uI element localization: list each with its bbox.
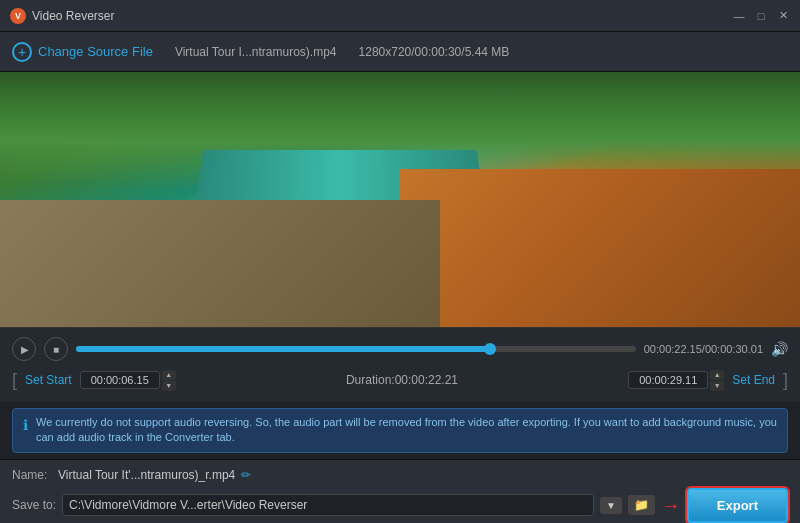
output-filename: Virtual Tour It'...ntramuros)_r.mp4 — [58, 468, 235, 482]
export-button[interactable]: Export — [687, 488, 788, 523]
start-spin-down[interactable]: ▼ — [162, 381, 176, 391]
wall-layer — [400, 169, 800, 327]
app-title: Video Reverser — [32, 9, 115, 23]
time-display: 00:00:22.15/00:00:30.01 — [644, 343, 763, 355]
app-icon: V — [10, 8, 26, 24]
name-label: Name: — [12, 468, 52, 482]
start-time-input[interactable] — [80, 371, 160, 389]
titlebar-left: V Video Reverser — [10, 8, 115, 24]
set-start-button[interactable]: Set Start — [21, 371, 76, 389]
export-arrow-hint: → — [661, 494, 681, 517]
timeline-fill — [76, 346, 490, 352]
bracket-left: [ — [12, 371, 17, 389]
volume-icon[interactable]: 🔊 — [771, 341, 788, 357]
start-spin-up[interactable]: ▲ — [162, 370, 176, 380]
browse-folder-button[interactable]: 📁 — [628, 495, 655, 515]
edit-name-icon[interactable]: ✏ — [241, 468, 251, 482]
video-frame — [0, 72, 800, 327]
end-spin-down[interactable]: ▼ — [710, 381, 724, 391]
setpoints-row: [ Set Start ▲ ▼ Duration:00:00:22.21 ▲ ▼… — [12, 364, 788, 396]
close-button[interactable]: ✕ — [776, 9, 790, 23]
timeline-track[interactable] — [76, 346, 636, 352]
end-time-group: ▲ ▼ — [628, 370, 724, 391]
timeline-section: ▶ ■ 00:00:22.15/00:00:30.01 🔊 [ Set Star… — [0, 327, 800, 402]
window-controls: — □ ✕ — [732, 9, 790, 23]
titlebar: V Video Reverser — □ ✕ — [0, 0, 800, 32]
maximize-button[interactable]: □ — [754, 9, 768, 23]
end-spin-buttons: ▲ ▼ — [710, 370, 724, 391]
file-meta: 1280x720/00:00:30/5.44 MB — [359, 45, 510, 59]
play-icon: ▶ — [21, 344, 29, 355]
save-label: Save to: — [12, 498, 56, 512]
name-row: Name: Virtual Tour It'...ntramuros)_r.mp… — [12, 468, 788, 482]
plus-icon: + — [12, 42, 32, 62]
bottom-section: Name: Virtual Tour It'...ntramuros)_r.mp… — [0, 459, 800, 523]
timeline-row: ▶ ■ 00:00:22.15/00:00:30.01 🔊 — [12, 334, 788, 364]
stop-button[interactable]: ■ — [44, 337, 68, 361]
info-text: We currently do not support audio revers… — [36, 415, 777, 446]
change-source-button[interactable]: + Change Source File — [12, 42, 153, 62]
start-time-group: ▲ ▼ — [80, 370, 176, 391]
stop-icon: ■ — [53, 344, 59, 355]
info-banner: ℹ We currently do not support audio reve… — [12, 408, 788, 453]
duration-label: Duration:00:00:22.21 — [329, 373, 475, 387]
set-end-button[interactable]: Set End — [728, 371, 779, 389]
path-layer — [0, 200, 440, 328]
info-icon: ℹ — [23, 416, 28, 436]
save-row: Save to: C:\Vidmore\Vidmore V...erter\Vi… — [12, 488, 788, 523]
end-time-input[interactable] — [628, 371, 708, 389]
play-button[interactable]: ▶ — [12, 337, 36, 361]
start-spin-buttons: ▲ ▼ — [162, 370, 176, 391]
path-dropdown-button[interactable]: ▼ — [600, 497, 622, 514]
save-path-display: C:\Vidmore\Vidmore V...erter\Video Rever… — [62, 494, 594, 516]
bracket-right: ] — [783, 371, 788, 389]
end-spin-up[interactable]: ▲ — [710, 370, 724, 380]
toolbar: + Change Source File Virtual Tour I...nt… — [0, 32, 800, 72]
change-source-label: Change Source File — [38, 44, 153, 59]
timeline-handle[interactable] — [484, 343, 496, 355]
minimize-button[interactable]: — — [732, 9, 746, 23]
file-name: Virtual Tour I...ntramuros).mp4 — [175, 45, 337, 59]
video-preview — [0, 72, 800, 327]
